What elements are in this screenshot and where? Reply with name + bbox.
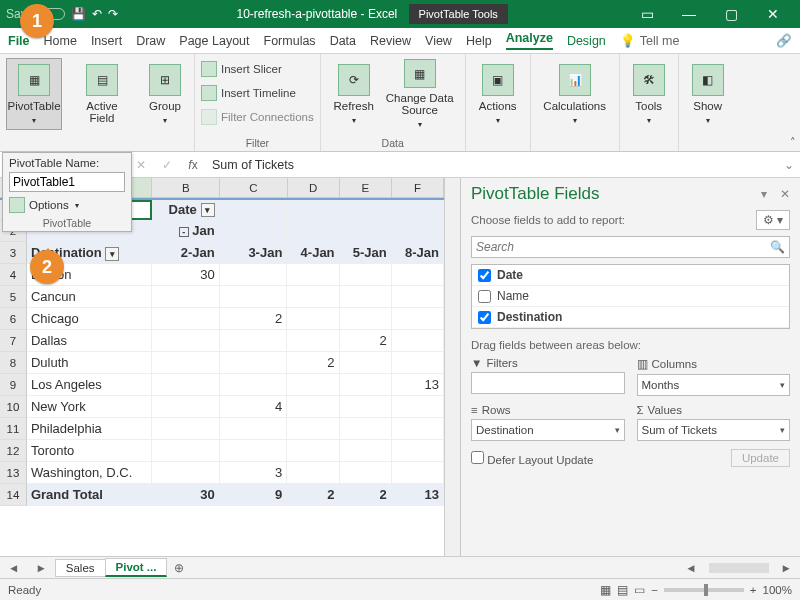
- cell[interactable]: [152, 418, 220, 440]
- cell[interactable]: [392, 418, 444, 440]
- cell[interactable]: Dallas: [27, 330, 152, 352]
- row-header[interactable]: 11: [0, 418, 27, 440]
- sheet-tab-sales[interactable]: Sales: [55, 559, 106, 577]
- sheet-tab-pivot[interactable]: Pivot ...: [105, 558, 168, 577]
- cell[interactable]: [220, 330, 288, 352]
- pivottable-name-input[interactable]: [9, 172, 125, 192]
- cell[interactable]: [220, 286, 288, 308]
- cell[interactable]: [392, 396, 444, 418]
- field-checkbox-name[interactable]: [478, 290, 491, 303]
- pivottable-options-button[interactable]: Options ▾: [9, 195, 125, 215]
- cell[interactable]: - Jan: [152, 220, 220, 242]
- row-header[interactable]: 14: [0, 484, 27, 506]
- cell[interactable]: [340, 200, 392, 220]
- actions-button[interactable]: ▣ Actions▾: [472, 58, 524, 130]
- cell[interactable]: Date ▾: [152, 200, 220, 220]
- cell[interactable]: Philadelphia: [27, 418, 152, 440]
- formula-input[interactable]: Sum of Tickets: [206, 158, 778, 172]
- close-icon[interactable]: ✕: [752, 6, 794, 22]
- cell[interactable]: [152, 286, 220, 308]
- tab-formulas[interactable]: Formulas: [264, 34, 316, 48]
- cell[interactable]: 30: [152, 264, 220, 286]
- row-header[interactable]: 10: [0, 396, 27, 418]
- tools-button[interactable]: 🛠 Tools▾: [626, 58, 672, 130]
- defer-layout-checkbox[interactable]: Defer Layout Update: [471, 451, 593, 466]
- cell[interactable]: 2: [220, 308, 288, 330]
- view-page-layout-icon[interactable]: ▤: [617, 583, 628, 597]
- pane-dropdown-icon[interactable]: ▾: [761, 187, 767, 201]
- field-checkbox-date[interactable]: [478, 269, 491, 282]
- cell[interactable]: [220, 264, 288, 286]
- cell[interactable]: [392, 264, 444, 286]
- field-item-destination[interactable]: Destination: [472, 307, 789, 328]
- cell[interactable]: [287, 462, 339, 484]
- cell[interactable]: 30: [152, 484, 220, 506]
- cell[interactable]: 4-Jan: [287, 242, 339, 264]
- cell[interactable]: [287, 286, 339, 308]
- cell[interactable]: [287, 396, 339, 418]
- col-header-e[interactable]: E: [340, 178, 392, 197]
- group-button[interactable]: ⊞ Group ▾: [142, 58, 188, 130]
- row-header[interactable]: 3: [0, 242, 27, 264]
- cell[interactable]: [340, 308, 392, 330]
- active-field-button[interactable]: ▤ Active Field: [74, 58, 130, 130]
- zoom-level[interactable]: 100%: [763, 584, 792, 596]
- cell[interactable]: [152, 330, 220, 352]
- rows-area[interactable]: ≡Rows Destination▾: [471, 404, 625, 441]
- field-item-date[interactable]: Date: [472, 265, 789, 286]
- row-header[interactable]: 8: [0, 352, 27, 374]
- hscroll-left[interactable]: ◄: [677, 562, 704, 574]
- cell[interactable]: Cancun: [27, 286, 152, 308]
- cell[interactable]: [287, 308, 339, 330]
- cell[interactable]: [152, 396, 220, 418]
- share-icon[interactable]: 🔗: [776, 33, 792, 48]
- col-header-b[interactable]: B: [152, 178, 220, 197]
- insert-slicer-button[interactable]: Insert Slicer: [201, 58, 282, 80]
- show-button[interactable]: ◧ Show▾: [685, 58, 731, 130]
- refresh-button[interactable]: ⟳ Refresh▾: [327, 58, 381, 130]
- redo-icon[interactable]: ↷: [108, 7, 118, 21]
- row-header[interactable]: 12: [0, 440, 27, 462]
- collapse-icon[interactable]: -: [179, 227, 189, 237]
- cell[interactable]: [340, 462, 392, 484]
- cell[interactable]: [340, 374, 392, 396]
- field-checkbox-destination[interactable]: [478, 311, 491, 324]
- filters-area[interactable]: ▼Filters: [471, 357, 625, 396]
- cell[interactable]: [287, 264, 339, 286]
- cell[interactable]: 2: [287, 484, 339, 506]
- collapse-ribbon-icon[interactable]: ˄: [790, 136, 796, 149]
- cell[interactable]: 2: [340, 484, 392, 506]
- view-page-break-icon[interactable]: ▭: [634, 583, 645, 597]
- tab-review[interactable]: Review: [370, 34, 411, 48]
- tab-help[interactable]: Help: [466, 34, 492, 48]
- calculations-button[interactable]: 📊 Calculations▾: [537, 58, 613, 130]
- tab-draw[interactable]: Draw: [136, 34, 165, 48]
- values-area[interactable]: ΣValues Sum of Tickets▾: [637, 404, 791, 441]
- cell[interactable]: [392, 286, 444, 308]
- cell[interactable]: [392, 330, 444, 352]
- cell[interactable]: [392, 462, 444, 484]
- cell[interactable]: [220, 418, 288, 440]
- cell[interactable]: [220, 440, 288, 462]
- cell[interactable]: [287, 418, 339, 440]
- minimize-icon[interactable]: ―: [668, 6, 710, 22]
- cell[interactable]: [287, 374, 339, 396]
- zoom-out-icon[interactable]: −: [651, 584, 658, 596]
- cell[interactable]: [152, 440, 220, 462]
- view-normal-icon[interactable]: ▦: [600, 583, 611, 597]
- tab-home[interactable]: Home: [44, 34, 77, 48]
- col-header-d[interactable]: D: [288, 178, 340, 197]
- tab-file[interactable]: File: [8, 34, 30, 48]
- cell[interactable]: [287, 440, 339, 462]
- maximize-icon[interactable]: ▢: [710, 6, 752, 22]
- fx-icon[interactable]: fx: [180, 158, 206, 172]
- row-header[interactable]: 6: [0, 308, 27, 330]
- horizontal-scrollbar[interactable]: [709, 563, 769, 573]
- cell[interactable]: 13: [392, 374, 444, 396]
- cell[interactable]: 3: [220, 462, 288, 484]
- pane-close-icon[interactable]: ✕: [780, 187, 790, 201]
- cell[interactable]: 5-Jan: [340, 242, 392, 264]
- tell-me[interactable]: 💡Tell me: [620, 33, 680, 48]
- cell[interactable]: Toronto: [27, 440, 152, 462]
- cell[interactable]: 8-Jan: [392, 242, 444, 264]
